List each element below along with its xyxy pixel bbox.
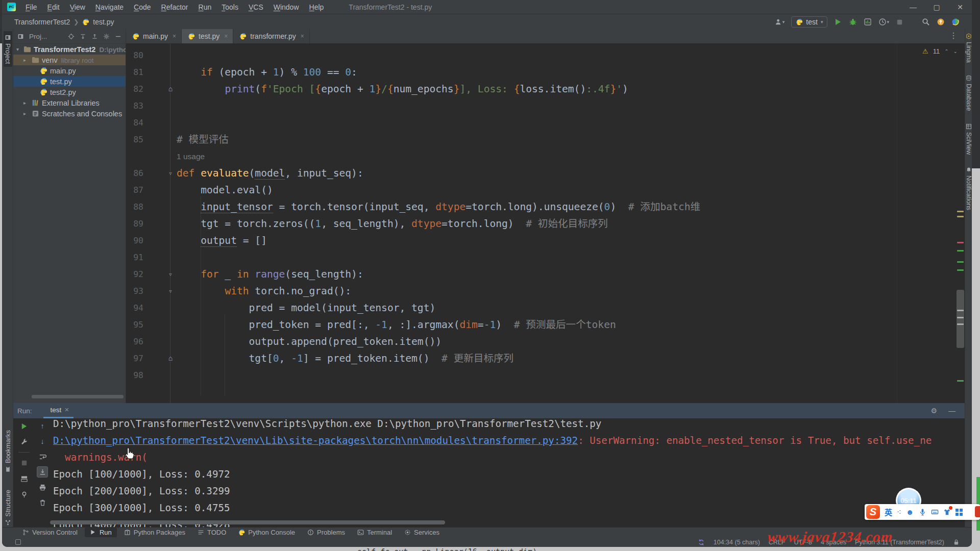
update-notification-icon[interactable] bbox=[937, 18, 945, 26]
close-icon[interactable]: × bbox=[224, 33, 228, 40]
editor-tab-main-py[interactable]: main.py× bbox=[126, 29, 182, 43]
toolwindow-button-python-console[interactable]: Python Console bbox=[233, 528, 300, 537]
assistant-icon[interactable] bbox=[951, 18, 960, 26]
ime-skin-icon[interactable] bbox=[943, 508, 951, 516]
scroll-down-button[interactable]: ↓ bbox=[37, 436, 48, 447]
tree-item-venv[interactable]: ▸venvlibrary root bbox=[13, 55, 126, 65]
status-item[interactable]: 104:34 (5 chars) bbox=[714, 539, 760, 546]
menu-tools[interactable]: Tools bbox=[217, 2, 243, 12]
next-warning-icon[interactable]: ⌄ bbox=[953, 48, 958, 54]
chevron-icon[interactable]: ▾ bbox=[16, 46, 19, 52]
scroll-up-button[interactable]: ↑ bbox=[37, 420, 48, 432]
usage-inlay-hint[interactable]: 1 usage bbox=[177, 148, 205, 165]
tree-item-test-py[interactable]: test.py bbox=[13, 76, 126, 87]
project-header-title[interactable]: Proj... bbox=[29, 33, 47, 40]
prev-warning-icon[interactable]: ⌃ bbox=[944, 48, 948, 54]
hide-panel-icon[interactable]: — bbox=[948, 407, 955, 415]
settings-icon[interactable] bbox=[103, 33, 110, 40]
toolwindow-button-run[interactable]: Run bbox=[85, 528, 117, 537]
menu-code[interactable]: Code bbox=[129, 2, 155, 12]
toolwindow-button-todo[interactable]: TODO bbox=[192, 528, 231, 537]
breadcrumb-file[interactable]: test.py bbox=[93, 18, 114, 26]
tree-item-main-py[interactable]: main.py bbox=[13, 65, 126, 76]
tree-item-transformertest2[interactable]: ▾TransformerTest2D:\python bbox=[13, 44, 126, 55]
print-button[interactable] bbox=[37, 482, 48, 493]
minimize-button[interactable]: — bbox=[901, 3, 925, 11]
tab-bar-more-icon[interactable]: ⋮ bbox=[949, 29, 965, 43]
expand-icon[interactable] bbox=[80, 33, 86, 40]
menu-help[interactable]: Help bbox=[305, 2, 329, 12]
profiler-button[interactable] bbox=[864, 18, 872, 26]
code-editor[interactable]: 8081 if (epoch + 1) % 100 == 0:82⌂ print… bbox=[126, 47, 965, 384]
stripe-tab-notifications[interactable]: Notifications bbox=[965, 167, 972, 210]
stripe-tab-project[interactable]: Project bbox=[4, 31, 12, 67]
menu-window[interactable]: Window bbox=[269, 2, 304, 12]
stripe-tab-sciview[interactable]: SciView bbox=[965, 123, 972, 155]
tree-item-external-libraries[interactable]: ▸External Libraries bbox=[13, 97, 126, 108]
close-icon[interactable]: ✕ bbox=[64, 407, 69, 413]
run-config-selector[interactable]: test▾ bbox=[791, 16, 827, 28]
ime-toolbar[interactable]: S 英 ⁖ ☻ bbox=[865, 504, 980, 520]
lock-icon[interactable] bbox=[953, 539, 960, 545]
clear-console-button[interactable] bbox=[37, 497, 48, 508]
menu-file[interactable]: File bbox=[21, 2, 42, 12]
soft-wrap-button[interactable] bbox=[37, 451, 48, 462]
ime-grid-icon[interactable] bbox=[955, 509, 963, 516]
stop-button[interactable] bbox=[18, 457, 30, 468]
fold-marker-icon[interactable]: ▿ bbox=[165, 266, 176, 283]
close-button[interactable]: ✕ bbox=[948, 3, 972, 11]
restore-layout-button[interactable] bbox=[18, 473, 30, 484]
toolwindow-button-python-packages[interactable]: Python Packages bbox=[119, 528, 190, 537]
user-icon[interactable]: ▾ bbox=[775, 18, 785, 26]
menu-navigate[interactable]: Navigate bbox=[91, 2, 128, 12]
menu-view[interactable]: View bbox=[65, 2, 90, 12]
run-button[interactable] bbox=[834, 18, 842, 26]
pin-tab-button[interactable] bbox=[18, 489, 30, 500]
scroll-to-end-button[interactable] bbox=[37, 466, 48, 478]
fold-marker-icon[interactable]: ⌂ bbox=[165, 81, 176, 97]
ime-language-mode[interactable]: 英 bbox=[885, 507, 892, 517]
fold-marker-icon[interactable]: ⌂ bbox=[165, 350, 176, 367]
editor-tab-test-py[interactable]: test.py× bbox=[182, 29, 233, 43]
console-file-link[interactable]: D:\python_pro\TransformerTest2\venv\Lib\… bbox=[53, 435, 578, 446]
menu-refactor[interactable]: Refactor bbox=[157, 2, 193, 12]
stop-button[interactable] bbox=[896, 18, 903, 26]
sogou-logo-icon[interactable]: S bbox=[866, 505, 880, 519]
toolwindow-button-services[interactable]: Services bbox=[399, 528, 445, 537]
edit-config-button[interactable] bbox=[18, 436, 30, 447]
tool-window-switcher-icon[interactable] bbox=[15, 539, 21, 545]
ime-emoji-icon[interactable]: ☻ bbox=[906, 508, 914, 516]
toolwindow-button-terminal[interactable]: Terminal bbox=[352, 528, 397, 537]
maximize-button[interactable]: ▢ bbox=[925, 3, 948, 11]
breadcrumb-project[interactable]: TransformerTest2 bbox=[14, 18, 70, 26]
close-icon[interactable]: × bbox=[173, 33, 176, 40]
ime-keyboard-icon[interactable] bbox=[931, 508, 939, 516]
toolwindow-button-problems[interactable]: Problems bbox=[302, 528, 350, 537]
collapse-icon[interactable] bbox=[91, 33, 98, 40]
rerun-button[interactable] bbox=[18, 420, 30, 432]
hide-icon[interactable] bbox=[115, 33, 121, 40]
settings-gear-icon[interactable]: ⚙ bbox=[930, 407, 937, 415]
sync-icon[interactable] bbox=[698, 539, 705, 546]
stripe-tab-lingma[interactable]: Lingma bbox=[965, 33, 972, 63]
fold-marker-icon[interactable]: ▿ bbox=[165, 165, 176, 182]
tree-item-test2-py[interactable]: test2.py bbox=[13, 87, 126, 97]
editor-tab-transformer-py[interactable]: transformer.py× bbox=[233, 29, 310, 43]
stripe-tab-structure[interactable]: Structure bbox=[4, 487, 12, 529]
close-icon[interactable]: × bbox=[301, 33, 304, 40]
tree-item-scratches-and-consoles[interactable]: ▸Scratches and Consoles bbox=[13, 108, 126, 119]
stripe-tab-bookmarks[interactable]: Bookmarks bbox=[4, 427, 12, 475]
debug-button[interactable] bbox=[849, 18, 857, 26]
console-output[interactable]: D:\python_pro\TransformerTest2\venv\Scri… bbox=[53, 415, 960, 527]
toolwindow-button-version-control[interactable]: Version Control bbox=[17, 528, 83, 537]
console-hscrollbar[interactable] bbox=[50, 520, 445, 524]
menu-vcs[interactable]: VCS bbox=[244, 2, 268, 12]
stripe-tab-database[interactable]: Database bbox=[965, 75, 972, 111]
menu-run[interactable]: Run bbox=[194, 2, 216, 12]
chevron-icon[interactable]: ▸ bbox=[23, 111, 26, 116]
inspection-widget[interactable]: ⚠ 11 ⌃ ⌄ bbox=[922, 47, 958, 55]
locate-icon[interactable] bbox=[68, 33, 75, 40]
chevron-icon[interactable]: ▸ bbox=[23, 100, 26, 106]
chevron-icon[interactable]: ▸ bbox=[23, 57, 26, 63]
project-hscrollbar[interactable] bbox=[32, 395, 124, 398]
